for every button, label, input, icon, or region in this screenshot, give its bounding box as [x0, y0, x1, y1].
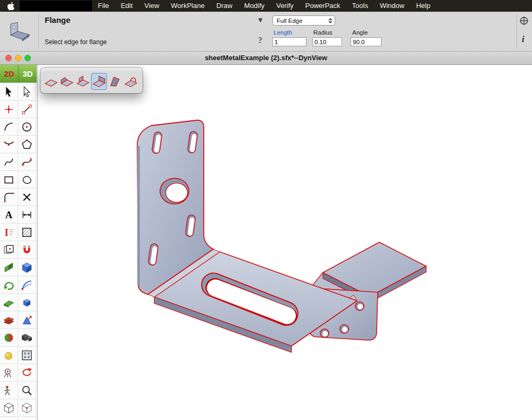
document-title: sheetMetalExample (2).sfx*--DynView	[205, 54, 327, 62]
menu-file[interactable]: File	[92, 0, 115, 12]
menu-modify[interactable]: Modify	[238, 0, 270, 12]
pattern-tool[interactable]	[18, 347, 36, 364]
line-tool[interactable]	[18, 101, 36, 118]
close-button[interactable]	[5, 55, 12, 61]
select-objects-tool[interactable]	[18, 83, 36, 101]
camera-tool[interactable]	[0, 364, 18, 382]
menu-view[interactable]: View	[138, 0, 165, 12]
circle-tool[interactable]	[18, 118, 36, 136]
target-crosshair-icon[interactable]	[519, 16, 529, 28]
iso-green-1-tool[interactable]	[0, 417, 18, 420]
flange-tool-icon	[4, 16, 34, 47]
menu-items: FileEditViewWorkPlaneDrawModifyVerifyPow…	[92, 0, 436, 12]
extrude-tool[interactable]	[0, 259, 18, 276]
point-tool[interactable]	[0, 101, 18, 118]
spin-tool[interactable]	[18, 364, 36, 382]
rectangle-tool[interactable]	[0, 171, 18, 188]
iso-wire-1-tool[interactable]	[0, 399, 18, 417]
fillet-tool[interactable]	[0, 188, 18, 206]
zoom-tool[interactable]	[18, 382, 36, 399]
revolve-tool[interactable]	[0, 276, 18, 294]
deform-tool[interactable]	[0, 311, 18, 329]
edge-flange-left-button[interactable]	[60, 73, 74, 89]
sheetmetal-toolbar-icons	[44, 73, 138, 89]
viewport-tool[interactable]	[0, 241, 18, 259]
panel-divider	[38, 14, 39, 48]
edge-mode-value: Full Edge	[277, 18, 303, 24]
trim-tool[interactable]	[18, 188, 36, 206]
sheet-metal-part[interactable]	[137, 120, 426, 352]
edge-mode-select[interactable]: Full Edge	[272, 15, 335, 26]
modeling-canvas[interactable]	[37, 64, 532, 420]
sweep-tool[interactable]	[18, 276, 36, 294]
svg-text:A: A	[5, 209, 13, 220]
arc-center-tool[interactable]	[0, 118, 18, 136]
annotation-tool[interactable]: I	[0, 224, 18, 241]
tool-palette: 2D 3D AI	[0, 64, 38, 420]
magnet-tool[interactable]	[18, 241, 36, 259]
angle-label: Angle	[352, 29, 368, 36]
radius-label: Radius	[313, 29, 332, 36]
contour-flange-button[interactable]	[76, 73, 90, 89]
flange-button[interactable]	[92, 73, 106, 89]
solid-box-tool[interactable]	[18, 259, 36, 276]
mode-toggle: 2D 3D	[0, 64, 37, 83]
app-name-redacted	[20, 1, 92, 11]
zoom-button[interactable]	[24, 55, 31, 61]
loft-tool[interactable]	[0, 294, 18, 311]
menu-draw[interactable]: Draw	[211, 0, 238, 12]
stepper-icon	[328, 18, 332, 23]
iso-green-2-tool[interactable]	[18, 417, 36, 420]
insert-bend-button[interactable]	[44, 73, 59, 89]
tool-palette-grid: AI	[0, 83, 37, 420]
spline-tool[interactable]	[18, 153, 36, 171]
arc-3pt-tool[interactable]	[0, 136, 18, 153]
tool-title: Flange	[45, 15, 70, 24]
window-title-bar[interactable]: sheetMetalExample (2).sfx*--DynView	[0, 51, 532, 65]
primitive-tool[interactable]	[18, 294, 36, 311]
sheetmetal-toolbar[interactable]	[40, 68, 143, 93]
tool-option-panel: Flange Select edge for flange ▼ ? Full E…	[0, 12, 532, 52]
collapse-panel-button[interactable]: ▼	[257, 16, 264, 24]
iso-wire-2-tool[interactable]	[18, 399, 36, 417]
length-label: Length	[273, 29, 292, 36]
draft-tool[interactable]	[18, 311, 36, 329]
rolled-hem-button[interactable]	[123, 73, 138, 89]
info-button[interactable]: i	[522, 35, 524, 44]
shell-tool[interactable]	[0, 347, 18, 364]
walkthrough-tool[interactable]	[0, 382, 18, 399]
menu-window[interactable]: Window	[374, 0, 410, 12]
menu-bar: FileEditViewWorkPlaneDrawModifyVerifyPow…	[0, 0, 532, 12]
menu-workplane[interactable]: WorkPlane	[165, 0, 210, 12]
boolean-tool[interactable]	[18, 329, 36, 347]
polygon-tool[interactable]	[18, 136, 36, 153]
curve-tool[interactable]	[0, 153, 18, 171]
hatch-tool[interactable]	[18, 224, 36, 241]
panel-divider-right	[517, 14, 517, 48]
length-input[interactable]	[272, 37, 306, 46]
help-button[interactable]: ?	[258, 36, 262, 45]
menu-powerpack[interactable]: PowerPack	[300, 0, 346, 12]
text-tool[interactable]: A	[0, 206, 18, 224]
menu-tools[interactable]: Tools	[346, 0, 374, 12]
apple-icon[interactable]	[7, 2, 14, 10]
menu-help[interactable]: Help	[410, 0, 436, 12]
freeform-tool[interactable]	[18, 171, 36, 188]
menu-verify[interactable]: Verify	[270, 0, 300, 12]
angle-input[interactable]	[351, 37, 381, 46]
blend-tool[interactable]	[0, 329, 18, 347]
mode-3d-button[interactable]: 3D	[19, 64, 37, 83]
model-viewport	[37, 64, 532, 420]
svg-text:I: I	[5, 227, 9, 237]
menu-edit[interactable]: Edit	[115, 0, 138, 12]
tool-prompt: Select edge for flange	[45, 38, 107, 46]
select-tool[interactable]	[0, 83, 18, 101]
hem-button[interactable]	[107, 73, 122, 89]
dimension-tool[interactable]	[18, 206, 36, 224]
mode-2d-button[interactable]: 2D	[0, 64, 19, 83]
plate-center-hole[interactable]	[160, 178, 189, 204]
radius-input[interactable]	[312, 37, 342, 46]
minimize-button[interactable]	[15, 55, 21, 61]
